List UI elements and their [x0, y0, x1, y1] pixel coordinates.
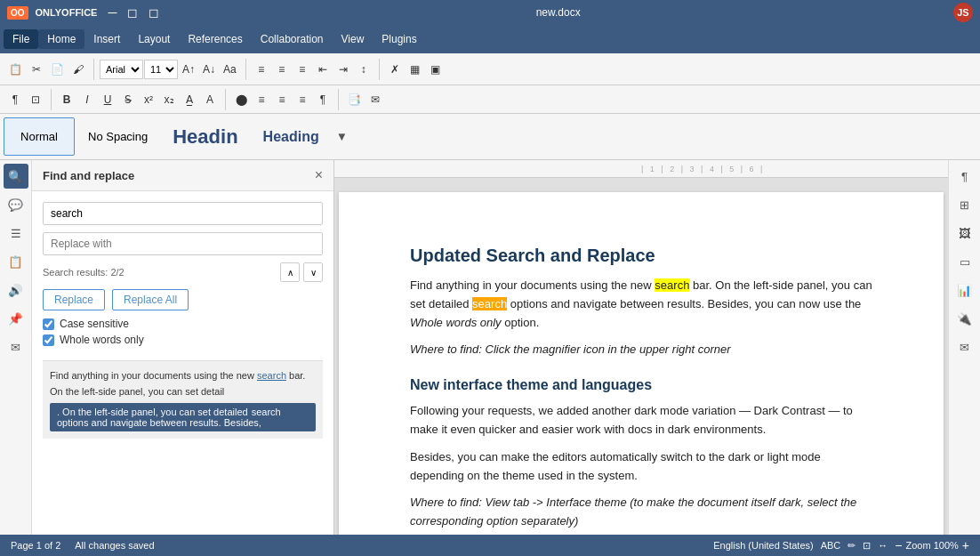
- table-right-btn[interactable]: ⊞: [952, 192, 977, 217]
- replace-button[interactable]: Replace: [43, 289, 105, 310]
- nav-buttons: ∧ ∨: [280, 262, 323, 282]
- document-title: new.docx: [536, 6, 581, 19]
- fit-page-button[interactable]: ⊡: [863, 540, 871, 552]
- font-color-button[interactable]: A: [200, 89, 220, 110]
- highlight-button[interactable]: A̲: [180, 89, 199, 110]
- case-sensitive-checkbox[interactable]: [43, 318, 54, 330]
- maximize-button[interactable]: ◻: [145, 5, 163, 20]
- right-sidebar: ¶ ⊞ 🖼 ▭ 📊 🔌 ✉: [948, 160, 980, 535]
- text-box-right-btn[interactable]: ▭: [952, 249, 977, 274]
- superscript-button[interactable]: x²: [139, 89, 158, 110]
- restore-button[interactable]: ◻: [124, 5, 141, 20]
- shading-button[interactable]: ▣: [426, 59, 446, 80]
- menu-file[interactable]: File: [4, 29, 38, 49]
- paragraph-marks-right-btn[interactable]: ¶: [952, 164, 977, 189]
- align-right-button[interactable]: ≡: [272, 89, 292, 110]
- align-center-button[interactable]: ≡: [252, 89, 271, 110]
- panel-close-button[interactable]: ×: [315, 167, 323, 183]
- paragraph-marks-button[interactable]: ¶: [313, 89, 333, 110]
- change-case-button[interactable]: Aa: [220, 59, 240, 80]
- menu-collaboration[interactable]: Collaboration: [252, 29, 333, 49]
- align-group: ⬤ ≡ ≡ ≡ ¶: [229, 89, 334, 110]
- doc-para-1-pre: Find anything in your documents using th…: [410, 278, 655, 292]
- increase-font-button[interactable]: A↑: [179, 59, 198, 80]
- font-size-select[interactable]: 11: [144, 60, 178, 79]
- style-heading1[interactable]: Headin: [161, 117, 249, 156]
- whole-words-checkbox[interactable]: [43, 334, 54, 346]
- select-all-button[interactable]: ⊡: [26, 89, 45, 110]
- copy-button[interactable]: 📄: [47, 59, 68, 80]
- mail-merge-button[interactable]: ✉: [365, 89, 385, 110]
- image-right-btn[interactable]: 🖼: [952, 221, 977, 246]
- multilevel-button[interactable]: ≡: [293, 59, 312, 80]
- zoom-out-button[interactable]: −: [895, 538, 902, 552]
- text-format-group: B I U S̶ x² x₂ A̲ A: [55, 89, 221, 110]
- doc-para-1-end: option.: [502, 316, 540, 329]
- menu-home[interactable]: Home: [38, 29, 84, 49]
- mail-right-btn[interactable]: ✉: [952, 334, 977, 359]
- bold-button[interactable]: B: [57, 89, 76, 110]
- replace-all-button[interactable]: Replace All: [112, 289, 189, 310]
- track-changes-status-btn[interactable]: ✏: [847, 540, 855, 552]
- copy-style-button[interactable]: 📑: [344, 89, 365, 110]
- search-input[interactable]: [43, 202, 323, 225]
- plugin-right-btn[interactable]: 🔌: [952, 306, 977, 331]
- cut-button[interactable]: ✂: [27, 59, 46, 80]
- italic-button[interactable]: I: [77, 89, 97, 110]
- decrease-font-button[interactable]: A↓: [199, 59, 219, 80]
- bullets-button[interactable]: ≡: [252, 59, 271, 80]
- decrease-indent-button[interactable]: ⇤: [313, 59, 333, 80]
- subscript-button[interactable]: x₂: [159, 89, 179, 110]
- track-sidebar-btn[interactable]: 📌: [4, 306, 28, 331]
- fit-width-button[interactable]: ↔: [878, 540, 888, 551]
- plugin-sidebar-btn[interactable]: 📋: [4, 249, 28, 274]
- comment-sidebar-btn[interactable]: 💬: [4, 192, 28, 217]
- align-justify-button[interactable]: ≡: [293, 89, 312, 110]
- font-family-select[interactable]: Arial: [100, 60, 143, 79]
- document-area[interactable]: Updated Search and Replace Find anything…: [334, 178, 948, 535]
- underline-button[interactable]: U: [98, 89, 117, 110]
- font-group: Arial 11 A↑ A↓ Aa: [98, 59, 242, 80]
- nav-prev-button[interactable]: ∧: [280, 262, 300, 282]
- numbering-button[interactable]: ≡: [272, 59, 292, 80]
- style-heading2[interactable]: Heading: [252, 117, 331, 156]
- clear-format-button[interactable]: ✗: [385, 59, 405, 80]
- style-heading1-label: Headin: [173, 125, 237, 149]
- styles-expand-button[interactable]: ▼: [333, 117, 351, 156]
- borders-button[interactable]: ▦: [406, 59, 425, 80]
- language-button[interactable]: English (United States): [713, 540, 814, 551]
- format-painter-button[interactable]: 🖌: [68, 59, 88, 80]
- menu-references[interactable]: References: [179, 29, 251, 49]
- increase-indent-button[interactable]: ⇥: [333, 59, 353, 80]
- align-left-button[interactable]: ⬤: [231, 89, 251, 110]
- styles-button[interactable]: ¶: [5, 89, 25, 110]
- zoom-in-button[interactable]: +: [962, 538, 969, 552]
- minimize-button[interactable]: ─: [104, 5, 120, 20]
- style-normal[interactable]: Normal: [4, 117, 75, 156]
- search-sidebar-btn[interactable]: 🔍: [4, 164, 28, 189]
- replace-input[interactable]: [43, 232, 323, 255]
- audio-sidebar-btn[interactable]: 🔊: [4, 278, 28, 302]
- sort-button[interactable]: ↕: [354, 59, 374, 80]
- style-nospacing[interactable]: No Spacing: [76, 117, 159, 156]
- title-bar: OO ONLYOFFICE ─ ◻ ◻ new.docx JS: [0, 0, 980, 25]
- menu-plugins[interactable]: Plugins: [373, 29, 425, 49]
- sep3: [379, 59, 380, 80]
- panel-header: Find and replace ×: [32, 160, 333, 191]
- preview-tooltip: . On the left-side panel, you can set de…: [50, 403, 316, 431]
- menu-view[interactable]: View: [333, 29, 374, 49]
- strikethrough-button[interactable]: S̶: [118, 89, 138, 110]
- doc-para-3: Following your requests, we added anothe…: [410, 402, 872, 439]
- menu-insert[interactable]: Insert: [84, 29, 129, 49]
- paste-button[interactable]: 📋: [5, 59, 26, 80]
- spellcheck-button[interactable]: ABC: [821, 540, 841, 551]
- case-sensitive-checkbox-row[interactable]: Case sensitive: [43, 318, 323, 330]
- navigation-sidebar-btn[interactable]: ☰: [4, 221, 28, 246]
- nav-next-button[interactable]: ∨: [303, 262, 323, 282]
- whole-words-checkbox-row[interactable]: Whole words only: [43, 334, 323, 346]
- doc-heading-1: Updated Search and Replace: [410, 246, 872, 266]
- menu-layout[interactable]: Layout: [129, 29, 179, 49]
- window-controls: ─ ◻ ◻: [104, 5, 163, 20]
- mail-sidebar-btn[interactable]: ✉: [4, 334, 28, 359]
- chart-right-btn[interactable]: 📊: [952, 278, 977, 302]
